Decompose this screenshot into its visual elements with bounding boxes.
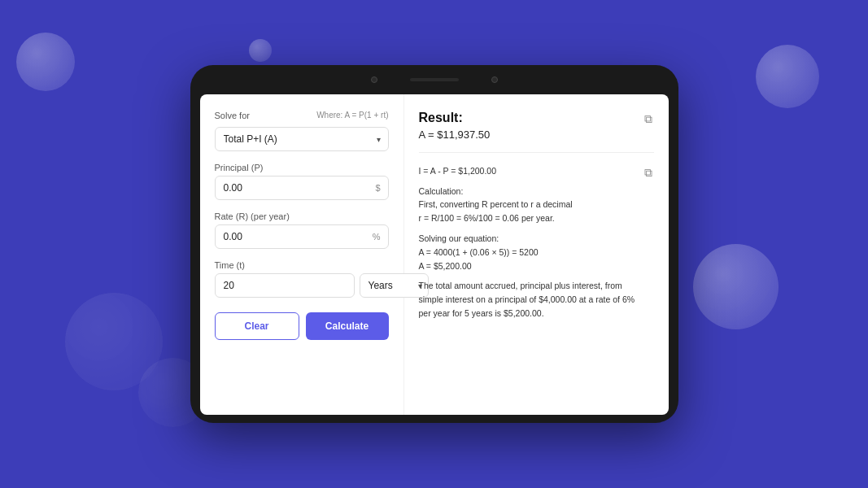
time-group: Time (t) Years Months Days ▾ xyxy=(215,260,389,298)
button-row: Clear Calculate xyxy=(215,312,389,340)
bg-sphere-4 xyxy=(693,244,779,329)
tablet-camera-right xyxy=(491,76,498,83)
copy-detail-button[interactable]: ⧉ xyxy=(643,164,654,181)
result-value: A = $11,937.50 xyxy=(419,129,491,141)
right-panel: Result: A = $11,937.50 ⧉ I = A - P = $1,… xyxy=(404,94,669,415)
detail-section: I = A - P = $1,200.00 Calculation: First… xyxy=(419,164,654,320)
clear-button[interactable]: Clear xyxy=(215,312,299,340)
bg-sphere-1 xyxy=(16,33,75,91)
rate-group: Rate (R) (per year) % xyxy=(215,211,389,249)
tablet-camera-left xyxy=(371,76,377,83)
rate-suffix-icon: % xyxy=(373,232,381,242)
solve-for-select[interactable]: Total P+I (A) Principal (P) Rate (R) Tim… xyxy=(215,127,389,151)
tablet-top-bar xyxy=(190,65,678,94)
left-panel: Solve for Where: A = P(1 + rt) Total P+I… xyxy=(200,94,404,415)
detail-lines-solve: Solving our equation: A = 4000(1 + (0.06… xyxy=(419,232,643,272)
detail-line-1: I = A - P = $1,200.00 xyxy=(419,164,643,178)
tablet-speaker xyxy=(410,78,459,81)
time-input[interactable] xyxy=(215,273,355,298)
detail-text: I = A - P = $1,200.00 Calculation: First… xyxy=(419,164,643,320)
detail-summary: The total amount accrued, principal plus… xyxy=(419,279,643,320)
principal-suffix-icon: $ xyxy=(375,183,380,193)
copy-result-button[interactable]: ⧉ xyxy=(643,111,654,128)
detail-lines-calc: Calculation: First, converting R percent… xyxy=(419,185,643,225)
rate-label: Rate (R) (per year) xyxy=(215,211,389,221)
principal-group: Principal (P) $ xyxy=(215,163,389,200)
solve-for-select-wrapper[interactable]: Total P+I (A) Principal (P) Rate (R) Tim… xyxy=(215,127,389,151)
result-divider xyxy=(419,152,654,153)
calculate-button[interactable]: Calculate xyxy=(306,312,389,340)
solve-for-label: Solve for xyxy=(215,111,250,120)
result-title: Result: xyxy=(419,111,491,125)
principal-input[interactable] xyxy=(215,176,389,200)
tablet-frame: Solve for Where: A = P(1 + rt) Total P+I… xyxy=(190,65,678,423)
time-label: Time (t) xyxy=(215,260,389,270)
bg-sphere-3 xyxy=(756,45,819,108)
rate-input[interactable] xyxy=(215,224,389,249)
bg-sphere-2 xyxy=(249,39,272,62)
result-section: Result: A = $11,937.50 ⧉ xyxy=(419,111,654,141)
principal-label: Principal (P) xyxy=(215,163,389,172)
tablet-screen: Solve for Where: A = P(1 + rt) Total P+I… xyxy=(200,94,669,415)
formula-label: Where: A = P(1 + rt) xyxy=(316,111,388,120)
solve-for-group: Solve for Where: A = P(1 + rt) Total P+I… xyxy=(215,111,389,151)
